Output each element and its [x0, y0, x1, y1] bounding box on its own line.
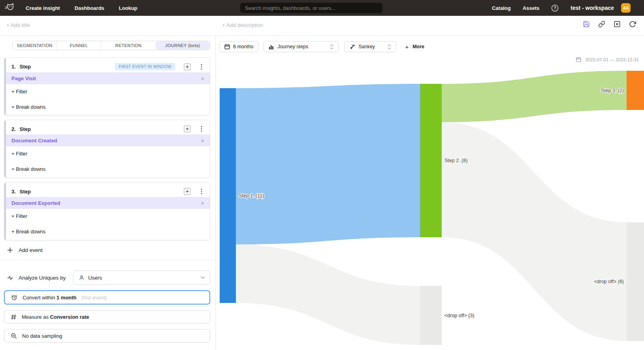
add-filter-button[interactable]: + Filter [11, 213, 27, 219]
event-chip[interactable]: Document Exported × [4, 197, 210, 209]
sankey-node-label-dropoff-s3: <drop off> (6) [594, 279, 624, 284]
measure-as-text: Measure as Conversion rate [22, 314, 89, 320]
date-range-display[interactable]: 2022-07-01 — 2022-12-31 [576, 57, 639, 62]
sankey-node-step2[interactable] [420, 84, 442, 237]
measure-as-control[interactable]: Measure as Conversion rate [4, 310, 210, 324]
convert-within-text: Convert within 1 month (first event) [23, 295, 107, 301]
workspace-name[interactable]: test - workspace [571, 5, 614, 11]
svg-text:?: ? [554, 6, 556, 10]
add-step-event-button[interactable] [184, 125, 191, 132]
chart-toolbar: 6 months Journey steps Sankey [219, 41, 424, 52]
add-event-button[interactable]: Add event [7, 247, 43, 253]
user-icon [79, 275, 85, 281]
metric-select[interactable]: Journey steps [264, 41, 339, 52]
sankey-node-dropoff-s3[interactable] [627, 222, 644, 341]
chart-type-value: Sankey [358, 44, 375, 49]
plus-icon: + [405, 44, 409, 50]
sankey-node-label-step2: Step 2. (8) [444, 158, 467, 163]
copy-link-icon[interactable] [598, 21, 605, 28]
sankey-link-step1-to-step2[interactable] [236, 84, 420, 244]
panel-divider [0, 260, 215, 260]
step-menu-icon[interactable] [199, 63, 204, 70]
insight-type-tabs: SEGMENTATION FUNNEL RETENTION JOURNEY (b… [12, 41, 210, 50]
clear-icon[interactable] [614, 21, 621, 28]
app-logo[interactable] [4, 2, 17, 14]
add-filter-button[interactable]: + Filter [11, 89, 27, 95]
conversion-window-value: 1 month [56, 295, 77, 301]
event-chip[interactable]: Page Visit × [4, 72, 210, 84]
analyze-by-select[interactable]: Users [73, 271, 210, 285]
add-description-button[interactable]: + Add description [222, 22, 263, 28]
add-breakdown-button[interactable]: + Break downs [11, 229, 45, 235]
chevrons-updown-icon [330, 44, 333, 49]
add-breakdown-button[interactable]: + Break downs [11, 104, 45, 110]
conversion-window-hint: (first event) [81, 295, 107, 301]
plus-icon [7, 247, 13, 253]
nav-lookup[interactable]: Lookup [119, 5, 137, 11]
alarm-clock-icon [11, 294, 17, 301]
search-input[interactable] [240, 3, 382, 13]
chart-type-select[interactable]: Sankey [344, 41, 396, 52]
event-name: Document Exported [11, 200, 60, 206]
step-menu-icon[interactable] [199, 125, 204, 132]
sankey-node-step1[interactable] [220, 88, 236, 303]
sankey-chart: Step 1. (11)Step 2. (8)Step 3. (2)<drop … [216, 36, 644, 350]
data-sampling-control[interactable]: No data sampling [4, 329, 210, 342]
nav-dashboards[interactable]: Dashboards [75, 5, 104, 11]
remove-event-icon[interactable]: × [201, 200, 204, 206]
step-3-header: 3. Step [4, 183, 210, 195]
add-breakdown-button[interactable]: + Break downs [11, 166, 45, 172]
step-card-2: 2. Step Document Created × + Filter + Br… [4, 120, 210, 178]
step-card-1: 1. Step FIRST EVENT IN WINDOW Page Visit… [4, 57, 210, 115]
nav-catalog[interactable]: Catalog [492, 5, 511, 11]
event-name: Page Visit [11, 76, 36, 81]
activity-icon [7, 275, 13, 281]
sankey-link-step1-to-dropoff-s2[interactable] [236, 244, 420, 345]
zoom-out-icon [11, 333, 17, 339]
step-number: 3. [11, 189, 16, 195]
calendar-icon [224, 44, 230, 49]
sankey-node-dropoff-s2[interactable] [420, 286, 442, 345]
hash-icon [11, 314, 17, 320]
refresh-icon[interactable] [629, 21, 636, 28]
sankey-link-step2-to-dropoff-s3[interactable] [442, 122, 627, 341]
remove-event-icon[interactable]: × [201, 76, 204, 81]
more-options-button[interactable]: + More [405, 44, 424, 50]
remove-event-icon[interactable]: × [201, 138, 204, 144]
step-number: 1. [11, 64, 16, 70]
add-filter-button[interactable]: + Filter [11, 151, 27, 157]
sankey-link-step2-to-step3[interactable] [442, 71, 627, 122]
conversion-window-control[interactable]: Convert within 1 month (first event) [4, 290, 210, 305]
tab-funnel[interactable]: FUNNEL [56, 41, 101, 50]
step-title: Step [20, 126, 31, 132]
save-icon[interactable] [583, 21, 590, 28]
nav-create-insight[interactable]: Create insight [26, 5, 60, 11]
tab-segmentation[interactable]: SEGMENTATION [13, 41, 56, 50]
tab-retention[interactable]: RETENTION [101, 41, 155, 50]
chart-area: 6 months Journey steps Sankey [216, 36, 644, 350]
step-1-header: 1. Step FIRST EVENT IN WINDOW [4, 58, 210, 70]
data-sampling-label: No data sampling [22, 333, 62, 339]
analyze-by-label: Analyze Uniques by [19, 275, 66, 281]
avatar[interactable]: AA [621, 3, 631, 13]
chevrons-updown-icon [388, 44, 391, 49]
measure-as-value: Conversion rate [50, 314, 89, 320]
sankey-node-label-dropoff-s2: <drop off> (3) [444, 313, 475, 318]
sankey-node-step3[interactable] [627, 71, 644, 110]
add-title-button[interactable]: + Add title [6, 22, 30, 28]
help-icon[interactable]: ? [551, 4, 559, 12]
calendar-icon [576, 57, 581, 62]
chevron-down-icon [201, 276, 205, 279]
header-actions [583, 21, 636, 28]
nav-assets[interactable]: Assets [523, 5, 540, 11]
step-menu-icon[interactable] [199, 188, 204, 195]
more-label: More [412, 44, 424, 49]
event-chip[interactable]: Document Created × [4, 134, 210, 146]
tab-journey[interactable]: JOURNEY (beta) [156, 41, 210, 50]
metric-select-value: Journey steps [277, 44, 308, 49]
add-step-event-button[interactable] [184, 63, 191, 70]
add-step-event-button[interactable] [184, 188, 191, 195]
date-period-button[interactable]: 6 months [219, 41, 258, 52]
date-range-text: 2022-07-01 — 2022-12-31 [585, 57, 639, 62]
step-card-3: 3. Step Document Exported × + Filter + B… [4, 182, 210, 240]
